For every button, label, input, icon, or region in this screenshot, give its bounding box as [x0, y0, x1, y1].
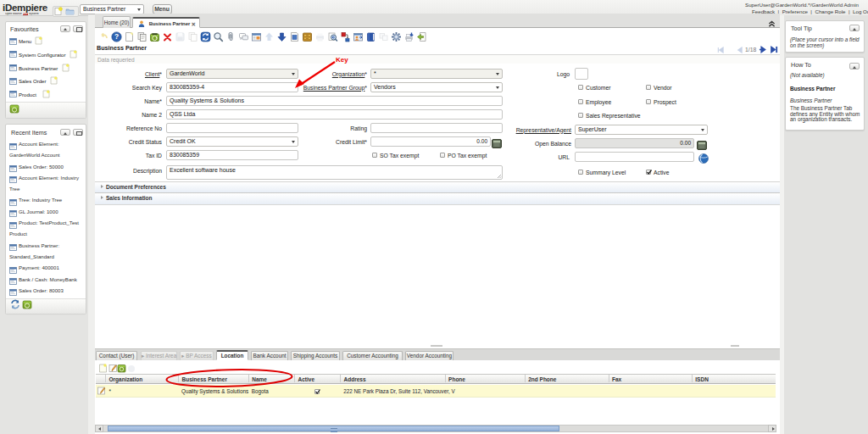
svg-text:?: ?: [114, 32, 118, 41]
